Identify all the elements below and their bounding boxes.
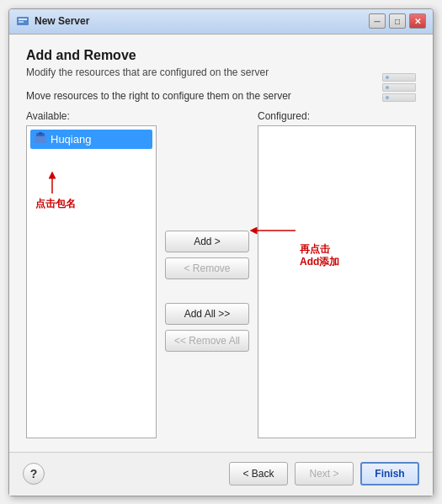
window-controls: ─ □ ✕ bbox=[369, 13, 426, 29]
server-icon-decoration bbox=[382, 73, 416, 102]
add-button[interactable]: Add > bbox=[165, 231, 249, 252]
available-panel: Available: Huqiang bbox=[26, 110, 157, 438]
configured-panel: Configured: bbox=[258, 110, 416, 438]
add-all-button[interactable]: Add All >> bbox=[165, 303, 249, 325]
window-title: New Server bbox=[35, 15, 369, 27]
title-bar: New Server ─ □ ✕ bbox=[9, 9, 433, 34]
page-title: Add and Remove bbox=[26, 48, 416, 63]
available-label: Available: bbox=[26, 110, 157, 122]
annotation-click-package: 点击包名 bbox=[31, 168, 76, 211]
configured-list[interactable] bbox=[258, 125, 416, 438]
new-server-window: New Server ─ □ ✕ Add and Remove Modify t… bbox=[8, 8, 434, 496]
footer-right: < Back Next > Finish bbox=[229, 462, 419, 485]
svg-rect-1 bbox=[19, 19, 27, 20]
arrow-svg-1 bbox=[31, 168, 73, 198]
remove-button[interactable]: < Remove bbox=[165, 257, 249, 279]
package-icon bbox=[34, 131, 47, 147]
svg-rect-2 bbox=[19, 21, 24, 23]
section-instruction: Move resources to the right to configure… bbox=[26, 90, 416, 102]
list-item-label: Huqiang bbox=[51, 133, 91, 146]
finish-button[interactable]: Finish bbox=[360, 462, 419, 485]
next-button[interactable]: Next > bbox=[295, 462, 354, 485]
panels-row: Available: Huqiang bbox=[26, 110, 416, 438]
back-button[interactable]: < Back bbox=[229, 462, 288, 485]
minimize-button[interactable]: ─ bbox=[369, 13, 386, 29]
remove-all-button[interactable]: << Remove All bbox=[165, 330, 249, 352]
annotation-click-text: 点击包名 bbox=[35, 198, 76, 211]
available-list[interactable]: Huqiang 点击包名 bbox=[26, 125, 157, 438]
footer-left: ? bbox=[23, 463, 45, 485]
svg-rect-5 bbox=[39, 132, 42, 135]
restore-button[interactable]: □ bbox=[389, 13, 406, 29]
window-icon bbox=[16, 14, 29, 28]
middle-buttons-panel: 再点击Add添加 Add > < Remove Add All >> << Re… bbox=[157, 110, 258, 438]
page-description: Modify the resources that are configured… bbox=[26, 66, 416, 78]
content-area: Add and Remove Modify the resources that… bbox=[9, 34, 433, 452]
footer: ? < Back Next > Finish bbox=[9, 452, 433, 496]
help-button[interactable]: ? bbox=[23, 463, 45, 485]
list-item[interactable]: Huqiang bbox=[30, 130, 152, 149]
close-button[interactable]: ✕ bbox=[409, 13, 426, 29]
configured-label: Configured: bbox=[258, 110, 416, 122]
